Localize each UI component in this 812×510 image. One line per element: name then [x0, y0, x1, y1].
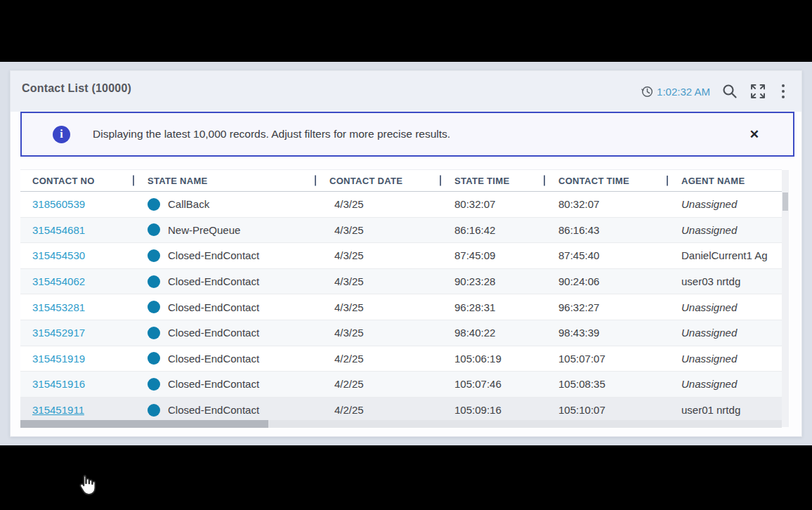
contact-no-link[interactable]: 315451919 — [32, 353, 85, 365]
agent-name-cell: Unassigned — [667, 301, 782, 313]
contact-no-link[interactable]: 315451916 — [32, 378, 85, 390]
agent-name-cell: DanielCurrent1 Ag — [667, 249, 782, 261]
widget-header: Contact List (10000) 1:02:32 AM — [11, 71, 801, 112]
state-name-label: Closed-EndContact — [168, 353, 259, 365]
state-name-label: New-PreQueue — [168, 224, 240, 236]
contact-date-cell: 4/3/25 — [315, 327, 440, 339]
state-time-cell: 86:16:42 — [440, 224, 544, 236]
contact-time-cell: 105:07:07 — [544, 353, 667, 365]
state-time-cell: 105:07:46 — [440, 378, 544, 390]
contact-date-cell: 4/2/25 — [315, 404, 440, 416]
agent-name-cell: user01 nrtdg — [667, 404, 782, 416]
mouse-cursor-hand — [76, 473, 98, 497]
table-row[interactable]: 315451916 Closed-EndContact 4/2/25 105:0… — [20, 372, 782, 398]
table-row[interactable]: 315452917 Closed-EndContact 4/3/25 98:40… — [20, 320, 782, 346]
info-icon: i — [53, 126, 70, 143]
state-time-cell: 96:28:31 — [440, 301, 544, 313]
state-status-icon — [148, 404, 160, 417]
state-time-cell: 87:45:09 — [440, 249, 544, 261]
contact-time-cell: 80:32:07 — [544, 198, 667, 210]
contact-date-cell: 4/2/25 — [315, 353, 440, 365]
contact-time-cell: 90:24:06 — [544, 275, 667, 287]
table-body: 318560539 CallBack 4/3/25 80:32:07 80:32… — [20, 192, 782, 423]
state-status-icon — [148, 249, 160, 262]
contact-no-link[interactable]: 315452917 — [32, 327, 85, 339]
state-status-icon — [148, 223, 160, 236]
contact-no-link[interactable]: 315453281 — [32, 301, 85, 313]
state-time-cell: 105:06:19 — [440, 353, 544, 365]
column-header-contact-time[interactable]: CONTACT TIME — [544, 176, 667, 186]
expand-icon[interactable] — [749, 83, 766, 100]
state-status-icon — [148, 378, 160, 391]
contact-no-link[interactable]: 315454062 — [32, 275, 85, 287]
state-time-cell: 80:32:07 — [440, 198, 544, 210]
search-icon[interactable] — [721, 83, 738, 100]
state-status-icon — [148, 301, 160, 313]
state-time-cell: 98:40:22 — [440, 327, 544, 339]
agent-name-cell: Unassigned — [667, 378, 782, 390]
table-row[interactable]: 318560539 CallBack 4/3/25 80:32:07 80:32… — [20, 192, 782, 218]
table-row[interactable]: 315454062 Closed-EndContact 4/3/25 90:23… — [20, 269, 782, 295]
state-status-icon — [148, 275, 160, 288]
contact-time-cell: 105:08:35 — [544, 378, 667, 390]
horizontal-scrollbar[interactable] — [20, 420, 782, 428]
contact-time-cell: 96:32:27 — [544, 301, 667, 313]
contact-no-link[interactable]: 315454681 — [32, 224, 85, 236]
contact-no-link[interactable]: 315454530 — [32, 249, 85, 261]
contact-date-cell: 4/2/25 — [315, 378, 440, 390]
contact-date-cell: 4/3/25 — [315, 224, 440, 236]
contact-date-cell: 4/3/25 — [315, 275, 440, 287]
table-row[interactable]: 315451911 Closed-EndContact 4/2/25 105:0… — [20, 398, 782, 424]
contact-time-cell: 86:16:43 — [544, 224, 667, 236]
kebab-menu-icon[interactable] — [778, 83, 789, 100]
state-name-label: Closed-EndContact — [168, 378, 259, 390]
state-time-cell: 105:09:16 — [440, 404, 544, 416]
state-name-label: Closed-EndContact — [168, 249, 259, 261]
table-header-row: CONTACT NO STATE NAME CONTACT DATE STATE… — [20, 169, 782, 192]
column-header-contact-date[interactable]: CONTACT DATE — [315, 176, 440, 186]
refresh-time-button[interactable]: 1:02:32 AM — [641, 85, 710, 98]
header-actions: 1:02:32 AM — [641, 79, 789, 103]
column-header-agent-name[interactable]: AGENT NAME — [667, 176, 782, 186]
column-header-state-time[interactable]: STATE TIME — [440, 176, 544, 186]
state-name-label: Closed-EndContact — [168, 404, 259, 416]
contact-date-cell: 4/3/25 — [315, 301, 440, 313]
state-status-icon — [148, 198, 160, 211]
column-header-contact-no[interactable]: CONTACT NO — [20, 176, 133, 186]
state-name-label: Closed-EndContact — [168, 275, 259, 287]
banner-message: Displaying the latest 10,000 records. Ad… — [93, 128, 450, 140]
table-row[interactable]: 315454530 Closed-EndContact 4/3/25 87:45… — [20, 243, 782, 269]
table-row[interactable]: 315451919 Closed-EndContact 4/2/25 105:0… — [20, 346, 782, 372]
vertical-scrollbar[interactable] — [782, 170, 789, 427]
agent-name-cell: Unassigned — [667, 353, 782, 365]
horizontal-scrollbar-thumb[interactable] — [20, 420, 268, 428]
contact-time-cell: 98:43:39 — [544, 327, 667, 339]
vertical-scrollbar-thumb[interactable] — [782, 192, 788, 211]
state-name-label: CallBack — [168, 198, 209, 210]
column-header-state-name[interactable]: STATE NAME — [133, 176, 315, 186]
page-background: Contact List (10000) 1:02:32 AM — [0, 62, 812, 445]
info-banner: i Displaying the latest 10,000 records. … — [20, 112, 794, 157]
state-name-label: Closed-EndContact — [168, 327, 259, 339]
agent-name-cell: Unassigned — [667, 198, 782, 210]
contact-no-link[interactable]: 318560539 — [32, 198, 85, 210]
contact-date-cell: 4/3/25 — [315, 249, 440, 261]
contact-date-cell: 4/3/25 — [315, 198, 440, 210]
page-title: Contact List (10000) — [22, 82, 131, 95]
agent-name-cell: Unassigned — [667, 327, 782, 339]
state-time-cell: 90:23:28 — [440, 275, 544, 287]
contact-list-widget: Contact List (10000) 1:02:32 AM — [10, 70, 802, 437]
state-status-icon — [148, 352, 160, 365]
table-row[interactable]: 315454681 New-PreQueue 4/3/25 86:16:42 8… — [20, 218, 782, 244]
contact-no-link[interactable]: 315451911 — [32, 404, 84, 416]
state-name-label: Closed-EndContact — [168, 301, 259, 313]
agent-name-cell: user03 nrtdg — [667, 275, 782, 287]
contact-time-cell: 105:10:07 — [544, 404, 667, 416]
close-icon[interactable]: ✕ — [749, 127, 759, 142]
history-clock-icon — [641, 85, 654, 98]
last-refresh-time: 1:02:32 AM — [657, 86, 710, 98]
contact-table: CONTACT NO STATE NAME CONTACT DATE STATE… — [20, 169, 782, 429]
table-row[interactable]: 315453281 Closed-EndContact 4/3/25 96:28… — [20, 294, 782, 320]
contact-time-cell: 87:45:40 — [544, 249, 667, 261]
agent-name-cell: Unassigned — [667, 224, 782, 236]
